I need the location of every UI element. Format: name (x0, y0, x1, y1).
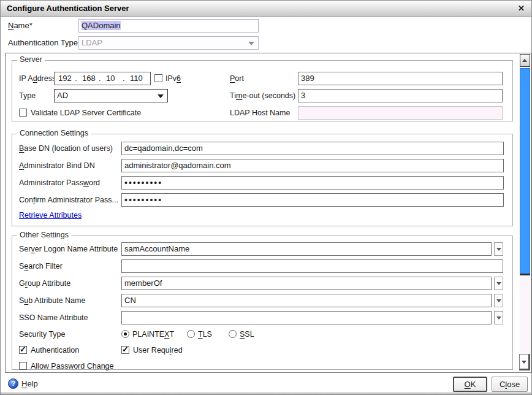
admin-password-label: Administrator Password (19, 176, 100, 190)
close-button[interactable]: Close (492, 377, 528, 392)
scroll-viewport: Server IP Address 192.168.10.110 ✓ IPv6 … (5, 53, 531, 373)
type-value: AD (57, 91, 68, 100)
other-settings-group: Other Settings Server Logon Name Attribu… (12, 236, 513, 370)
server-logon-input[interactable]: samAccountName (121, 242, 492, 256)
security-type-label: Security Type (19, 328, 66, 341)
timeout-input[interactable]: 3 (298, 89, 503, 102)
radio-dot-icon (124, 332, 127, 336)
scrollbar-thumb[interactable] (520, 68, 530, 275)
admin-password-input[interactable]: ••••••••• (121, 176, 504, 190)
ldap-host-label: LDAP Host Name (230, 106, 290, 120)
name-label: Name* (8, 19, 32, 33)
confirm-password-input[interactable]: ••••••••• (121, 193, 504, 207)
ip-dot: . (123, 72, 130, 85)
authentication-checkbox[interactable]: ✓ (19, 346, 27, 354)
form-content: Server IP Address 192.168.10.110 ✓ IPv6 … (6, 53, 519, 372)
base-dn-input[interactable]: dc=qadomain,dc=com (121, 142, 504, 155)
group-attribute-label: Group Attribute (19, 277, 70, 290)
search-filter-label: Search Filter (19, 259, 63, 273)
name-input[interactable]: QADomain (78, 19, 259, 33)
allow-password-change-checkbox[interactable]: ✓ (19, 362, 27, 370)
ipv6-checkbox[interactable]: ✓ (154, 74, 162, 82)
titlebar: Configure Authentication Server ✕ (1, 1, 531, 17)
ip-dot: . (75, 72, 82, 85)
server-logon-label: Server Logon Name Attribute (19, 242, 118, 256)
allow-password-change-label: Allow Password Change (31, 359, 114, 373)
dialog-title: Configure Authentication Server (7, 4, 129, 13)
sso-attribute-input[interactable] (121, 311, 492, 324)
sub-attribute-input[interactable]: CN (121, 294, 492, 307)
dialog-bottom-edge (1, 392, 531, 394)
check-icon: ✓ (20, 345, 26, 354)
bind-dn-label: Administrator Bind DN (19, 159, 95, 172)
server-group-legend: Server (17, 55, 45, 64)
ip-address-label: IP Address (19, 72, 56, 85)
scrollbar-up-button[interactable] (520, 54, 530, 67)
ip-octet-3: 10 (106, 72, 123, 85)
plaintext-radio-label: PLAINTEXT (132, 328, 174, 341)
base-dn-label: Base DN (location of users) (19, 142, 113, 155)
port-input[interactable]: 389 (298, 72, 503, 85)
ip-octet-4: 110 (130, 72, 146, 85)
ssl-radio[interactable] (229, 330, 237, 338)
plaintext-radio[interactable] (121, 330, 129, 338)
ssl-radio-label: SSL (240, 328, 254, 341)
sso-attribute-dropdown-button[interactable] (494, 311, 503, 324)
scrollbar-down-button[interactable] (519, 354, 530, 370)
connection-settings-group: Connection Settings Base DN (location of… (12, 134, 513, 226)
confirm-password-label: Confirm Administrator Pass... (19, 193, 118, 207)
check-icon: ✓ (122, 345, 129, 354)
configure-authentication-server-dialog: Configure Authentication Server ✕ Name* … (0, 0, 532, 395)
ip-octet-2: 168 (82, 72, 99, 85)
auth-type-select: LDAP (78, 36, 259, 50)
ok-button[interactable]: OK (453, 377, 487, 392)
search-filter-input[interactable] (121, 259, 503, 273)
bind-dn-input[interactable]: administrator@qadomain.com (121, 159, 504, 172)
group-attribute-dropdown-button[interactable] (494, 277, 503, 290)
user-required-checkbox[interactable]: ✓ (121, 346, 129, 354)
vertical-scrollbar[interactable] (519, 53, 531, 372)
server-logon-dropdown-button[interactable] (494, 242, 503, 256)
ip-dot: . (99, 72, 106, 85)
group-attribute-input[interactable]: memberOf (121, 277, 492, 290)
connection-settings-legend: Connection Settings (17, 129, 91, 137)
retrieve-attributes-link[interactable]: Retrieve Attributes (19, 211, 82, 220)
tls-radio[interactable] (187, 330, 195, 338)
auth-type-value: LDAP (82, 38, 102, 47)
auth-type-label: Authentication Type (8, 36, 78, 50)
type-label: Type (19, 89, 36, 102)
ip-address-field[interactable]: 192.168.10.110 (54, 72, 151, 85)
other-settings-legend: Other Settings (17, 231, 71, 239)
help-label: Help (21, 379, 38, 388)
port-label: Port (230, 72, 244, 85)
timeout-label: Time-out (seconds) (230, 89, 295, 102)
server-group: Server IP Address 192.168.10.110 ✓ IPv6 … (12, 60, 513, 121)
chevron-down-icon (248, 42, 254, 45)
type-select[interactable]: AD (54, 89, 168, 102)
sso-attribute-label: SSO Name Attribute (19, 311, 88, 324)
ip-octet-1: 192 (58, 72, 75, 85)
password-dots: ••••••••• (124, 178, 162, 188)
sub-attribute-dropdown-button[interactable] (494, 294, 503, 307)
help-button[interactable]: ? Help (8, 378, 38, 389)
chevron-down-icon (158, 94, 164, 98)
close-icon[interactable]: ✕ (518, 4, 525, 13)
authentication-label: Authentication (31, 343, 79, 357)
tls-radio-label: TLS (198, 328, 212, 341)
help-icon: ? (8, 378, 18, 389)
sub-attribute-label: Sub Attribute Name (19, 294, 85, 307)
name-value-selected-text: QADomain (82, 21, 121, 30)
validate-cert-checkbox[interactable]: ✓ (19, 109, 27, 117)
ipv6-label: IPv6 (165, 72, 181, 85)
validate-cert-label: Validate LDAP Server Certificate (31, 106, 141, 120)
ldap-host-input[interactable] (298, 106, 503, 120)
password-dots: ••••••••• (124, 195, 162, 205)
user-required-label: User Required (133, 343, 183, 357)
